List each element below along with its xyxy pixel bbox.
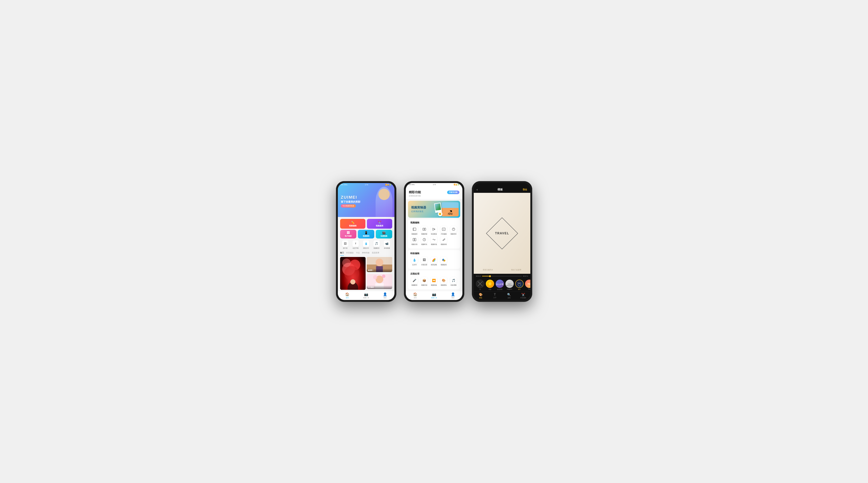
p2-nav-mine[interactable]: 👤 我的: [443, 292, 462, 299]
p3-nav-filter[interactable]: 🔍 滤镜: [502, 293, 516, 299]
tool-watermark[interactable]: 💧 清除水印: [363, 240, 369, 249]
feat-color[interactable]: 🎨 视频调色: [439, 277, 448, 286]
feat-video-cut[interactable]: 视频裁剪: [410, 226, 419, 235]
template-travel[interactable]: TRAVEL 旅行: [515, 280, 524, 290]
feat-voice[interactable]: 视频变音: [449, 226, 458, 235]
feat-duration-label: 视频时长: [421, 244, 427, 246]
watermark-label: 清除水印: [363, 247, 369, 249]
dynamic-button[interactable]: 🎬 动感视频: [376, 230, 392, 238]
phone3-timeline[interactable]: 00:01.6 00:07.4: [474, 274, 530, 279]
tool-pip[interactable]: 🖼 画中画: [342, 240, 348, 249]
phone1-buttons: ✏️ 视频编辑 ✂️ 视频裁剪: [338, 217, 395, 230]
phone1-hero: ZUIMEI 留下你最美的剪影 专业视频剪辑器 0%↑/0%↓ 17:5 📶🔔🔋: [338, 183, 395, 217]
feat-dewatermark[interactable]: 💧 去水印: [410, 257, 419, 266]
feat-cut-label: 视频裁剪: [411, 233, 417, 235]
p3-edit-label: 片段编辑: [520, 297, 526, 299]
album-button[interactable]: 🖼 电子相册: [340, 230, 356, 238]
hero-logo: ZUIMEI: [341, 195, 392, 200]
template-zhemehao[interactable]: 这么好看 这么好看: [496, 280, 504, 290]
feat-segment[interactable]: 片段编辑: [439, 226, 448, 235]
export-button[interactable]: 导出: [523, 188, 527, 191]
video-editing-section: 视频编辑 视频裁剪 视频拼接: [408, 219, 460, 249]
feat-sound[interactable]: 🎵 音效调整: [449, 277, 458, 286]
phone-3: ‹ 模板 导出 TRAVEL 荣喜五簇药水 我出门总是带: [472, 181, 532, 302]
svg-point-6: [350, 280, 355, 285]
template-this[interactable]: This This: [525, 280, 530, 290]
tab-magic[interactable]: 神奇特效: [362, 250, 370, 256]
p3-template-label: 模板: [479, 297, 482, 299]
feat-cover[interactable]: 🖼 封面设置: [420, 257, 429, 266]
capture-button[interactable]: 📱 视频截取: [358, 230, 374, 238]
feat-doodle[interactable]: 视频涂鸦: [439, 236, 448, 246]
filter-icon: 🌈: [431, 257, 437, 263]
reverse-icon: ⏪: [431, 277, 437, 284]
effects-section: 特效编辑 💧 去水印 🖼 封面设置 🌈 精美滤镜: [408, 250, 460, 269]
dewatermark-label: 去水印: [412, 264, 417, 266]
gallery-item-portrait1[interactable]: 牛年顺利: [367, 274, 392, 289]
travel-container: TRAVEL: [491, 222, 514, 245]
template-jingfang-label: 经放: [489, 288, 491, 290]
nav-home[interactable]: 🏠 首页: [338, 292, 357, 299]
back-button[interactable]: ‹: [477, 188, 478, 191]
template-wiggliest[interactable]: ONLYWIGGLIEST Wiggliest: [505, 280, 514, 290]
p3-nav-template[interactable]: 🎨 模板: [474, 293, 488, 299]
p3-nav-edit[interactable]: ✂️ 片段编辑: [516, 293, 530, 299]
p3-filter-label: 滤镜: [507, 297, 510, 299]
nav-tools-label: 视频工具: [363, 297, 369, 299]
effects-grid: 💧 去水印 🖼 封面设置 🌈 精美滤镜 🎭: [410, 257, 458, 266]
watermark-icon: 💧: [363, 240, 369, 247]
tool-dubbing[interactable]: 🎵 视频配音: [373, 240, 380, 249]
nav-mine[interactable]: 👤 我的: [376, 292, 395, 299]
feat-split-label: 视频分割: [411, 244, 417, 246]
hero-subtitle: 留下你最美的剪影: [341, 200, 392, 203]
template-jingfang-thumb: 🌟: [486, 280, 494, 288]
phone3-header: ‹ 模板 导出: [474, 183, 530, 193]
p2-nav-home[interactable]: 🏠 首页: [406, 292, 425, 299]
tool-subtitle[interactable]: T 动态字幕: [352, 240, 359, 249]
phone2-banner: 视频剪辑器 记录美好发生 😊: [408, 201, 460, 218]
timeline-track[interactable]: [482, 276, 522, 277]
upgrade-button[interactable]: 升级专业版: [447, 191, 459, 194]
feat-video-splice[interactable]: 视频拼接: [420, 226, 429, 235]
template-jingfang[interactable]: 🌟 经放: [486, 280, 494, 290]
tab-beat[interactable]: 卡点: [356, 250, 360, 256]
video-cut-button[interactable]: ✂️ 视频裁剪: [367, 219, 392, 229]
gallery-caption-2: 牛年顺利: [367, 286, 392, 289]
subtitle-1: 荣喜五簇药水: [483, 269, 493, 271]
nav-tools[interactable]: 📷 视频工具: [357, 292, 376, 299]
feat-segment-icon: [440, 226, 447, 233]
tab-douyin[interactable]: 抖音爆款: [346, 250, 354, 256]
timeline-thumb[interactable]: [489, 275, 491, 277]
p3-nav-text[interactable]: T 文字: [488, 293, 502, 299]
feat-sticker[interactable]: 🎭 视频贴纸: [439, 257, 448, 266]
p2-nav-tools[interactable]: 📷 视频工具: [425, 292, 443, 299]
p3-template-icon: 🎨: [479, 293, 483, 296]
feat-duration[interactable]: 视频时长: [420, 236, 429, 246]
gallery-item-winter[interactable]: 健康第一: [367, 257, 392, 272]
feat-voice-label: 视频变音: [451, 233, 457, 235]
feat-reverse[interactable]: ⏪ 视频倒放: [430, 277, 438, 286]
pip-label: 画中画: [343, 247, 347, 249]
template-wiggliest-label: Wiggliest: [507, 288, 512, 290]
tool-multiframe[interactable]: 📹 多格视频: [384, 240, 390, 249]
feat-transition[interactable]: 视频转场: [430, 236, 438, 246]
phone2-screen: 0%↑/0%↓ 17:5 📶🔔🔋 精彩功能 升级专业版 定期推送新功能 视频剪辑…: [406, 183, 462, 300]
p2-status-time: 17:5: [433, 184, 436, 186]
phone2-content[interactable]: 视频编辑 视频裁剪 视频拼接: [406, 219, 462, 291]
feat-split[interactable]: 视频分割: [410, 236, 419, 246]
capture-icon: 📱: [364, 231, 368, 234]
audio-label: 视频配音: [411, 284, 417, 286]
template-none[interactable]: 无: [476, 280, 484, 290]
phone2-bottom-nav: 🏠 首页 📷 视频工具 👤 我的: [406, 291, 462, 300]
feat-audio[interactable]: 🎤 视频配音: [410, 277, 419, 286]
feat-speed[interactable]: 快放慢放: [430, 226, 438, 235]
tab-flower[interactable]: 花花世界: [372, 250, 379, 256]
gallery-item-flower[interactable]: [340, 257, 366, 290]
feat-compress[interactable]: 📦 视频压缩: [420, 277, 429, 286]
video-edit-button[interactable]: ✏️ 视频编辑: [340, 219, 365, 229]
tab-hot[interactable]: 热门: [340, 250, 344, 256]
features-title: 精彩功能: [409, 190, 421, 194]
feat-split-icon: [411, 236, 418, 243]
feat-filter[interactable]: 🌈 精美滤镜: [430, 257, 438, 266]
phone2-subtitle: 定期推送新功能: [409, 195, 459, 197]
